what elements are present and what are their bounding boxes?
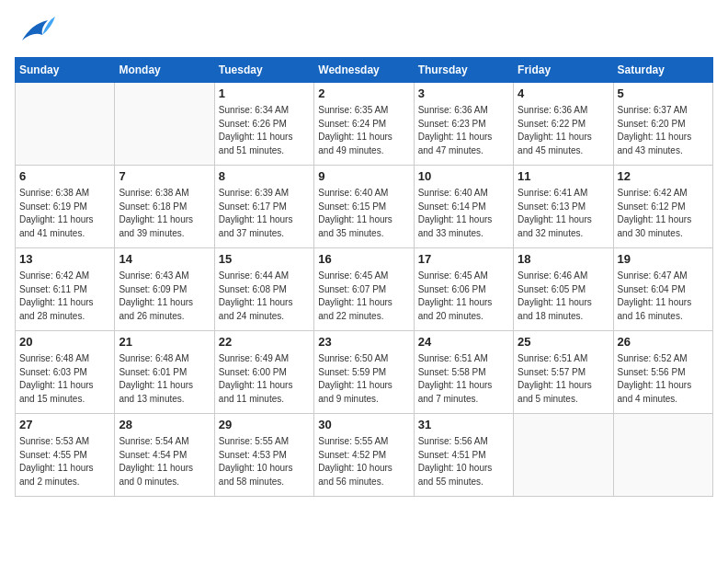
day-info: Sunrise: 6:36 AM Sunset: 6:22 PM Dayligh… bbox=[518, 104, 609, 157]
day-number: 9 bbox=[318, 168, 409, 185]
calendar-cell: 7Sunrise: 6:38 AM Sunset: 6:18 PM Daylig… bbox=[115, 166, 214, 248]
day-info: Sunrise: 6:35 AM Sunset: 6:24 PM Dayligh… bbox=[318, 104, 409, 157]
logo-bird-icon bbox=[15, 15, 55, 48]
day-info: Sunrise: 6:38 AM Sunset: 6:18 PM Dayligh… bbox=[119, 187, 210, 240]
calendar-header-row: SundayMondayTuesdayWednesdayThursdayFrid… bbox=[16, 58, 713, 83]
calendar-cell: 14Sunrise: 6:43 AM Sunset: 6:09 PM Dayli… bbox=[115, 248, 214, 331]
day-info: Sunrise: 6:46 AM Sunset: 6:05 PM Dayligh… bbox=[518, 270, 609, 323]
calendar-cell: 31Sunrise: 5:56 AM Sunset: 4:51 PM Dayli… bbox=[414, 414, 513, 497]
day-number: 1 bbox=[219, 86, 310, 102]
day-info: Sunrise: 6:50 AM Sunset: 5:59 PM Dayligh… bbox=[318, 352, 409, 406]
day-info: Sunrise: 6:42 AM Sunset: 6:11 PM Dayligh… bbox=[19, 270, 110, 323]
day-info: Sunrise: 6:48 AM Sunset: 6:01 PM Dayligh… bbox=[119, 352, 210, 406]
calendar-cell: 8Sunrise: 6:39 AM Sunset: 6:17 PM Daylig… bbox=[214, 166, 313, 248]
day-number: 18 bbox=[518, 251, 609, 268]
calendar-week-2: 6Sunrise: 6:38 AM Sunset: 6:19 PM Daylig… bbox=[16, 166, 713, 248]
day-number: 13 bbox=[19, 251, 110, 268]
day-number: 21 bbox=[119, 334, 210, 350]
day-number: 16 bbox=[318, 251, 409, 268]
day-info: Sunrise: 6:40 AM Sunset: 6:15 PM Dayligh… bbox=[318, 187, 409, 240]
day-info: Sunrise: 5:54 AM Sunset: 4:54 PM Dayligh… bbox=[119, 435, 210, 488]
calendar-cell: 21Sunrise: 6:48 AM Sunset: 6:01 PM Dayli… bbox=[115, 331, 214, 414]
day-info: Sunrise: 6:42 AM Sunset: 6:12 PM Dayligh… bbox=[618, 187, 709, 240]
day-number: 15 bbox=[219, 251, 310, 268]
calendar-cell: 25Sunrise: 6:51 AM Sunset: 5:57 PM Dayli… bbox=[514, 331, 613, 414]
calendar-cell: 16Sunrise: 6:45 AM Sunset: 6:07 PM Dayli… bbox=[314, 248, 414, 331]
day-number: 3 bbox=[418, 86, 509, 102]
day-number: 8 bbox=[219, 168, 310, 185]
calendar-cell: 9Sunrise: 6:40 AM Sunset: 6:15 PM Daylig… bbox=[314, 166, 414, 248]
calendar-week-3: 13Sunrise: 6:42 AM Sunset: 6:11 PM Dayli… bbox=[16, 248, 713, 331]
logo bbox=[15, 15, 61, 48]
day-number: 27 bbox=[19, 417, 110, 433]
day-number: 14 bbox=[119, 251, 210, 268]
day-number: 30 bbox=[318, 417, 409, 433]
day-info: Sunrise: 6:34 AM Sunset: 6:26 PM Dayligh… bbox=[219, 104, 310, 157]
day-number: 28 bbox=[119, 417, 210, 433]
day-info: Sunrise: 6:41 AM Sunset: 6:13 PM Dayligh… bbox=[518, 187, 609, 240]
day-info: Sunrise: 6:45 AM Sunset: 6:06 PM Dayligh… bbox=[418, 270, 509, 323]
day-info: Sunrise: 6:37 AM Sunset: 6:20 PM Dayligh… bbox=[618, 104, 709, 157]
calendar-cell: 3Sunrise: 6:36 AM Sunset: 6:23 PM Daylig… bbox=[414, 83, 513, 166]
day-info: Sunrise: 6:39 AM Sunset: 6:17 PM Dayligh… bbox=[219, 187, 310, 240]
calendar-cell: 23Sunrise: 6:50 AM Sunset: 5:59 PM Dayli… bbox=[314, 331, 414, 414]
day-number: 26 bbox=[618, 334, 709, 350]
day-info: Sunrise: 6:51 AM Sunset: 5:58 PM Dayligh… bbox=[418, 352, 509, 406]
day-number: 4 bbox=[518, 86, 609, 102]
calendar-cell: 22Sunrise: 6:49 AM Sunset: 6:00 PM Dayli… bbox=[214, 331, 313, 414]
day-number: 23 bbox=[318, 334, 409, 350]
day-number: 19 bbox=[618, 251, 709, 268]
calendar-cell: 12Sunrise: 6:42 AM Sunset: 6:12 PM Dayli… bbox=[613, 166, 712, 248]
calendar-cell: 4Sunrise: 6:36 AM Sunset: 6:22 PM Daylig… bbox=[514, 83, 613, 166]
calendar-cell: 26Sunrise: 6:52 AM Sunset: 5:56 PM Dayli… bbox=[613, 331, 712, 414]
calendar-cell: 28Sunrise: 5:54 AM Sunset: 4:54 PM Dayli… bbox=[115, 414, 214, 497]
day-number: 29 bbox=[219, 417, 310, 433]
calendar-cell: 5Sunrise: 6:37 AM Sunset: 6:20 PM Daylig… bbox=[613, 83, 712, 166]
day-info: Sunrise: 6:40 AM Sunset: 6:14 PM Dayligh… bbox=[418, 187, 509, 240]
day-number: 7 bbox=[119, 168, 210, 185]
calendar-cell bbox=[115, 83, 214, 166]
day-number: 17 bbox=[418, 251, 509, 268]
day-info: Sunrise: 6:49 AM Sunset: 6:00 PM Dayligh… bbox=[219, 352, 310, 406]
day-info: Sunrise: 5:55 AM Sunset: 4:52 PM Dayligh… bbox=[318, 435, 409, 488]
day-info: Sunrise: 6:43 AM Sunset: 6:09 PM Dayligh… bbox=[119, 270, 210, 323]
calendar-cell: 2Sunrise: 6:35 AM Sunset: 6:24 PM Daylig… bbox=[314, 83, 414, 166]
calendar-cell: 11Sunrise: 6:41 AM Sunset: 6:13 PM Dayli… bbox=[514, 166, 613, 248]
calendar-header-friday: Friday bbox=[514, 58, 613, 83]
calendar-header-sunday: Sunday bbox=[16, 58, 115, 83]
day-info: Sunrise: 6:45 AM Sunset: 6:07 PM Dayligh… bbox=[318, 270, 409, 323]
day-number: 2 bbox=[318, 86, 409, 102]
day-info: Sunrise: 5:56 AM Sunset: 4:51 PM Dayligh… bbox=[418, 435, 509, 488]
day-number: 20 bbox=[19, 334, 110, 350]
calendar-cell: 24Sunrise: 6:51 AM Sunset: 5:58 PM Dayli… bbox=[414, 331, 513, 414]
day-info: Sunrise: 6:44 AM Sunset: 6:08 PM Dayligh… bbox=[219, 270, 310, 323]
calendar-cell: 30Sunrise: 5:55 AM Sunset: 4:52 PM Dayli… bbox=[314, 414, 414, 497]
day-number: 25 bbox=[518, 334, 609, 350]
calendar-cell: 17Sunrise: 6:45 AM Sunset: 6:06 PM Dayli… bbox=[414, 248, 513, 331]
day-number: 11 bbox=[518, 168, 609, 185]
day-info: Sunrise: 6:47 AM Sunset: 6:04 PM Dayligh… bbox=[618, 270, 709, 323]
calendar-cell: 10Sunrise: 6:40 AM Sunset: 6:14 PM Dayli… bbox=[414, 166, 513, 248]
calendar-header-tuesday: Tuesday bbox=[214, 58, 313, 83]
day-info: Sunrise: 5:53 AM Sunset: 4:55 PM Dayligh… bbox=[19, 435, 110, 488]
calendar-cell: 6Sunrise: 6:38 AM Sunset: 6:19 PM Daylig… bbox=[16, 166, 115, 248]
day-info: Sunrise: 6:48 AM Sunset: 6:03 PM Dayligh… bbox=[19, 352, 110, 406]
calendar-cell: 20Sunrise: 6:48 AM Sunset: 6:03 PM Dayli… bbox=[16, 331, 115, 414]
calendar-week-1: 1Sunrise: 6:34 AM Sunset: 6:26 PM Daylig… bbox=[16, 83, 713, 166]
page-header bbox=[15, 15, 713, 48]
calendar-cell: 18Sunrise: 6:46 AM Sunset: 6:05 PM Dayli… bbox=[514, 248, 613, 331]
calendar-week-4: 20Sunrise: 6:48 AM Sunset: 6:03 PM Dayli… bbox=[16, 331, 713, 414]
calendar-cell bbox=[514, 414, 613, 497]
day-number: 5 bbox=[618, 86, 709, 102]
calendar-table: SundayMondayTuesdayWednesdayThursdayFrid… bbox=[15, 57, 713, 497]
calendar-header-thursday: Thursday bbox=[414, 58, 513, 83]
calendar-header-saturday: Saturday bbox=[613, 58, 712, 83]
calendar-header-monday: Monday bbox=[115, 58, 214, 83]
calendar-cell: 15Sunrise: 6:44 AM Sunset: 6:08 PM Dayli… bbox=[214, 248, 313, 331]
calendar-cell bbox=[16, 83, 115, 166]
day-info: Sunrise: 5:55 AM Sunset: 4:53 PM Dayligh… bbox=[219, 435, 310, 488]
day-number: 10 bbox=[418, 168, 509, 185]
calendar-cell: 27Sunrise: 5:53 AM Sunset: 4:55 PM Dayli… bbox=[16, 414, 115, 497]
calendar-header-wednesday: Wednesday bbox=[314, 58, 414, 83]
day-info: Sunrise: 6:36 AM Sunset: 6:23 PM Dayligh… bbox=[418, 104, 509, 157]
